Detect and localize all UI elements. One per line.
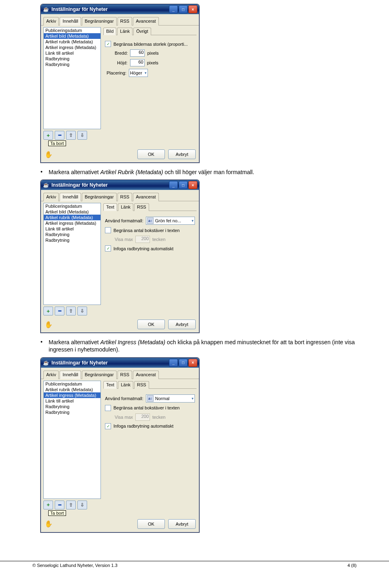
maximize-button[interactable]: □ bbox=[179, 5, 188, 13]
tab-rss[interactable]: RSS bbox=[118, 371, 133, 379]
tab-avancerat[interactable]: Avancerat bbox=[133, 17, 158, 26]
settings-dialog-2: ☕ Inställningar för Nyheter _ □ × Arkiv … bbox=[41, 180, 199, 333]
minimize-button[interactable]: _ bbox=[169, 5, 178, 13]
subtab-bild[interactable]: Bild bbox=[103, 28, 116, 35]
limit-chars-checkbox[interactable] bbox=[105, 227, 111, 233]
tab-begransningar[interactable]: Begränsningar bbox=[82, 371, 117, 379]
tab-rss[interactable]: RSS bbox=[118, 193, 133, 201]
limit-size-checkbox[interactable]: ✓ bbox=[105, 41, 111, 47]
list-item[interactable]: Radbrytning bbox=[44, 237, 100, 243]
list-item[interactable]: Artikel rubrik (Metadata) bbox=[44, 215, 100, 220]
remove-button[interactable]: ━ bbox=[55, 501, 64, 509]
remove-button[interactable]: ━ bbox=[55, 307, 64, 315]
minimize-button[interactable]: _ bbox=[169, 181, 178, 189]
placement-select[interactable]: Höger ▾ bbox=[129, 69, 148, 77]
subtab-text[interactable]: Text bbox=[103, 203, 117, 211]
footer-right: 4 (8) bbox=[347, 563, 357, 568]
content-list[interactable]: Publiceringsdatum Artikel bild (Metadata… bbox=[43, 203, 101, 305]
tab-avancerat[interactable]: Avancerat bbox=[133, 193, 158, 201]
list-item[interactable]: Radbrytning bbox=[44, 232, 100, 237]
height-input[interactable]: 60 bbox=[130, 59, 145, 66]
list-item[interactable]: Artikel ingress (Metadata) bbox=[44, 392, 100, 398]
maximize-button[interactable]: □ bbox=[179, 359, 188, 367]
cancel-button[interactable]: Avbryt bbox=[168, 149, 196, 159]
content-list[interactable]: Publiceringsdatum Artikel rubrik (Metada… bbox=[43, 381, 101, 499]
list-item[interactable]: Radbrytning bbox=[44, 404, 100, 409]
add-button[interactable]: ＋ bbox=[43, 501, 53, 509]
tab-innehall[interactable]: Innehåll bbox=[60, 371, 81, 379]
titlebar: ☕ Inställningar för Nyheter _ □ × bbox=[41, 4, 199, 14]
tab-avancerat[interactable]: Avancerat bbox=[133, 371, 158, 379]
tab-begransningar[interactable]: Begränsningar bbox=[82, 17, 117, 26]
list-item[interactable]: Publiceringsdatum bbox=[44, 203, 100, 209]
subtab-lank[interactable]: Länk bbox=[118, 381, 133, 389]
bullet1-italic: Artikel Rubrik (Metadata) bbox=[100, 169, 163, 175]
ok-button[interactable]: OK bbox=[137, 149, 165, 159]
tab-innehall[interactable]: Innehåll bbox=[60, 17, 81, 26]
tab-arkiv[interactable]: Arkiv bbox=[43, 17, 59, 26]
content-list[interactable]: Publiceringsdatum Artikel bild (Metadata… bbox=[43, 27, 101, 129]
auto-break-checkbox[interactable]: ✓ bbox=[105, 245, 111, 251]
format-select[interactable]: a↕ Normal ▾ bbox=[146, 394, 195, 403]
show-max-input: 200 bbox=[135, 236, 150, 243]
subtab-lank[interactable]: Länk bbox=[117, 28, 133, 35]
minimize-button[interactable]: _ bbox=[169, 359, 178, 367]
close-button[interactable]: × bbox=[188, 181, 197, 189]
list-item[interactable]: Publiceringsdatum bbox=[44, 28, 100, 33]
tab-innehall[interactable]: Innehåll bbox=[60, 193, 81, 201]
move-down-button[interactable]: ⇩ bbox=[77, 501, 87, 509]
move-down-button[interactable]: ⇩ bbox=[77, 131, 87, 140]
cancel-button[interactable]: Avbryt bbox=[168, 320, 196, 329]
move-up-button[interactable]: ⇧ bbox=[66, 131, 76, 140]
maximize-button[interactable]: □ bbox=[179, 181, 188, 189]
close-button[interactable]: × bbox=[188, 5, 197, 13]
format-select[interactable]: a↕ Grön fet no... ▾ bbox=[146, 217, 195, 225]
list-item[interactable]: Artikel rubrik (Metadata) bbox=[44, 39, 100, 45]
limit-chars-checkbox[interactable] bbox=[105, 405, 111, 411]
tab-arkiv[interactable]: Arkiv bbox=[43, 193, 59, 201]
list-item[interactable]: Radbrytning bbox=[44, 62, 100, 67]
ok-button[interactable]: OK bbox=[137, 320, 165, 329]
tooltip-remove: Ta bort bbox=[48, 141, 66, 146]
list-item[interactable]: Radbrytning bbox=[44, 409, 100, 415]
titlebar: ☕ Inställningar för Nyheter _ □ × bbox=[41, 180, 199, 190]
add-button[interactable]: ＋ bbox=[43, 307, 53, 315]
page-footer: © Senselogic Lathund Nyheter, Version 1.… bbox=[0, 561, 389, 569]
add-button[interactable]: ＋ bbox=[43, 131, 53, 140]
list-item[interactable]: Länk till artikel bbox=[44, 50, 100, 56]
ok-button[interactable]: OK bbox=[137, 519, 165, 529]
list-item[interactable]: Artikel ingress (Metadata) bbox=[44, 220, 100, 226]
hand-icon: ✋ bbox=[44, 520, 53, 528]
sub-tabs: Bild Länk Övrigt bbox=[103, 27, 197, 35]
show-max-unit: tecken bbox=[152, 415, 165, 420]
remove-button[interactable]: ━ bbox=[55, 131, 64, 140]
subtab-ovrigt[interactable]: Övrigt bbox=[133, 28, 151, 35]
format-value: Grön fet no... bbox=[155, 218, 189, 223]
move-down-button[interactable]: ⇩ bbox=[77, 307, 87, 315]
subtab-lank[interactable]: Länk bbox=[118, 203, 133, 211]
subtab-rss[interactable]: RSS bbox=[134, 381, 149, 389]
list-item[interactable]: Artikel ingress (Metadata) bbox=[44, 45, 100, 50]
close-button[interactable]: × bbox=[188, 359, 197, 367]
cancel-button[interactable]: Avbryt bbox=[168, 519, 196, 529]
list-item[interactable]: Länk till artikel bbox=[44, 226, 100, 232]
list-item[interactable]: Artikel bild (Metadata) bbox=[44, 209, 100, 215]
auto-break-checkbox[interactable]: ✓ bbox=[105, 423, 111, 429]
bullet2-italic: Artikel Ingress (Metadata) bbox=[100, 339, 165, 345]
width-input[interactable]: 60 bbox=[130, 49, 145, 57]
list-item[interactable]: Länk till artikel bbox=[44, 398, 100, 404]
tab-begransningar[interactable]: Begränsningar bbox=[82, 193, 117, 201]
subtab-rss[interactable]: RSS bbox=[134, 203, 149, 211]
move-up-button[interactable]: ⇧ bbox=[66, 307, 76, 315]
tab-rss[interactable]: RSS bbox=[118, 17, 133, 26]
move-up-button[interactable]: ⇧ bbox=[66, 501, 76, 509]
bullet-1: • Markera alternativet Artikel Rubrik (M… bbox=[41, 168, 357, 176]
list-item[interactable]: Publiceringsdatum bbox=[44, 381, 100, 387]
list-item[interactable]: Radbrytning bbox=[44, 56, 100, 62]
list-item[interactable]: Artikel rubrik (Metadata) bbox=[44, 387, 100, 392]
show-max-input: 200 bbox=[135, 413, 150, 421]
window-title: Inställningar för Nyheter bbox=[51, 360, 169, 366]
subtab-text[interactable]: Text bbox=[103, 381, 117, 389]
tab-arkiv[interactable]: Arkiv bbox=[43, 371, 59, 379]
list-item[interactable]: Artikel bild (Metadata) bbox=[44, 33, 100, 39]
